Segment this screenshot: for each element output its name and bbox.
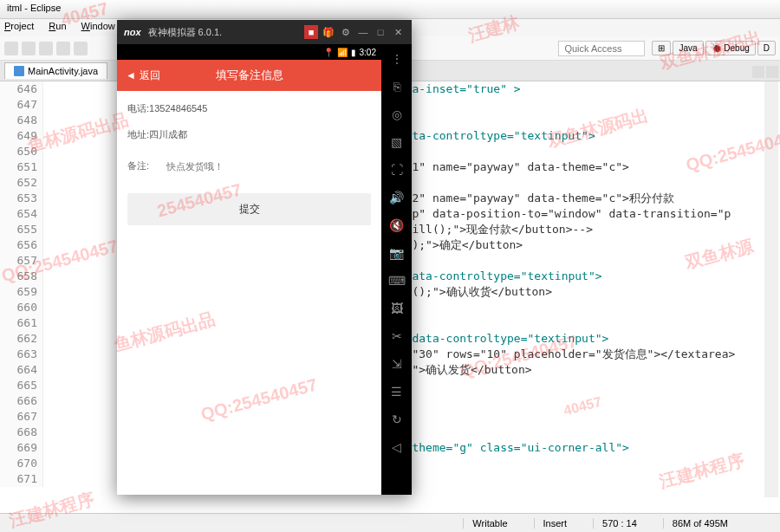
battery-icon: ▮ <box>351 48 356 57</box>
toolbar-icon[interactable] <box>4 42 18 55</box>
menu-window[interactable]: Window <box>81 21 115 31</box>
emulator-title-bar[interactable]: nox 夜神模拟器 6.0.1. ■ 🎁 ⚙ — □ ✕ <box>117 20 412 44</box>
side-location-icon[interactable]: ◎ <box>389 107 405 122</box>
back-arrow-icon: ◄ <box>126 69 136 81</box>
line-number-gutter: 6466476486496506516526536546556566576586… <box>0 81 43 487</box>
emu-close-icon[interactable]: ✕ <box>391 25 405 39</box>
side-rotate-icon[interactable]: ↻ <box>389 412 405 427</box>
window-title: itml - Eclipse <box>7 3 61 13</box>
submit-button[interactable]: 提交 <box>127 193 371 225</box>
side-expand-icon[interactable]: ⇲ <box>389 356 405 372</box>
toolbar-icon[interactable] <box>74 42 88 55</box>
side-scissors-icon[interactable]: ✂ <box>389 328 405 344</box>
remark-label: 备注: <box>127 159 149 172</box>
side-camera-icon[interactable]: 📷 <box>389 245 405 261</box>
side-list-icon[interactable]: ☰ <box>389 384 405 399</box>
side-pad-icon[interactable]: ▧ <box>389 134 405 150</box>
perspective-debug[interactable]: 🐞 Debug <box>705 41 756 55</box>
toolbar-icon[interactable] <box>56 42 70 55</box>
status-position: 570 : 14 <box>593 518 637 529</box>
signal-icon: 📶 <box>337 48 348 57</box>
remark-row: 备注: <box>127 154 371 178</box>
android-status-bar: 📍 📶 ▮ 3:02 <box>117 44 381 60</box>
remark-input[interactable] <box>166 161 371 172</box>
editor-icon[interactable] <box>766 66 778 78</box>
emu-gift-icon[interactable]: 🎁 <box>322 25 335 39</box>
toolbar-icon[interactable] <box>22 42 36 55</box>
side-back-icon[interactable]: ◁ <box>389 439 405 455</box>
side-more-icon[interactable]: ⋮ <box>389 51 405 67</box>
phone-screen: 📍 📶 ▮ 3:02 ◄ 返回 填写备注信息 电话:13524846545 地址… <box>117 44 381 495</box>
status-writable: Writable <box>463 518 507 529</box>
java-file-icon <box>14 66 24 76</box>
status-insert: Insert <box>534 518 568 529</box>
perspective-icon[interactable]: ⊞ <box>652 41 671 55</box>
side-fullscreen-icon[interactable]: ⛶ <box>389 162 405 178</box>
status-time: 3:02 <box>360 48 376 57</box>
address-info: 地址:四川成都 <box>127 127 371 143</box>
nox-logo: nox <box>124 27 141 37</box>
back-label: 返回 <box>140 68 160 83</box>
emu-gear-icon[interactable]: ⚙ <box>339 25 353 39</box>
status-bar: Writable Insert 570 : 14 86M of 495M <box>0 513 780 532</box>
side-copy-icon[interactable]: ⎘ <box>389 79 405 94</box>
emu-maximize-icon[interactable]: □ <box>374 25 387 39</box>
back-button[interactable]: ◄ 返回 <box>126 68 160 83</box>
editor-toolbar-right <box>752 66 778 78</box>
app-header: ◄ 返回 填写备注信息 <box>117 60 381 91</box>
side-volume-icon[interactable]: 🔊 <box>389 190 405 205</box>
status-memory: 86M of 495M <box>663 518 728 529</box>
toolbar-icon[interactable] <box>39 42 53 55</box>
quick-access-input[interactable] <box>558 41 645 56</box>
app-page-title: 填写备注信息 <box>216 68 283 83</box>
side-image-icon[interactable]: 🖼 <box>389 301 405 316</box>
tab-mainactivity[interactable]: MainActivity.java <box>4 62 107 79</box>
side-mute-icon[interactable]: 🔇 <box>389 217 405 233</box>
emulator-sidebar: ⋮ ⎘ ◎ ▧ ⛶ 🔊 🔇 📷 ⌨ 🖼 ✂ ⇲ ☰ ↻ ◁ <box>381 44 412 495</box>
nox-emulator-window: nox 夜神模拟器 6.0.1. ■ 🎁 ⚙ — □ ✕ 📍 📶 ▮ 3:02 … <box>117 20 412 495</box>
side-keyboard-icon[interactable]: ⌨ <box>389 273 405 289</box>
emulator-title: 夜神模拟器 6.0.1. <box>148 26 223 39</box>
menu-run[interactable]: Run <box>49 21 66 31</box>
app-content: 电话:13524846545 地址:四川成都 备注: 提交 <box>117 91 381 236</box>
location-icon: 📍 <box>323 48 334 57</box>
tab-label: MainActivity.java <box>28 66 98 76</box>
eclipse-title-bar: itml - Eclipse <box>0 0 780 19</box>
perspective-d[interactable]: D <box>757 41 776 55</box>
editor-icon[interactable] <box>752 66 764 78</box>
emu-minimize-icon[interactable]: — <box>356 25 370 39</box>
menu-project[interactable]: PProjectroject <box>4 21 34 31</box>
emu-record-icon[interactable]: ■ <box>304 25 318 39</box>
vertical-scrollbar[interactable] <box>764 81 778 497</box>
phone-info: 电话:13524846545 <box>127 101 371 117</box>
perspective-java[interactable]: Java <box>673 41 703 55</box>
